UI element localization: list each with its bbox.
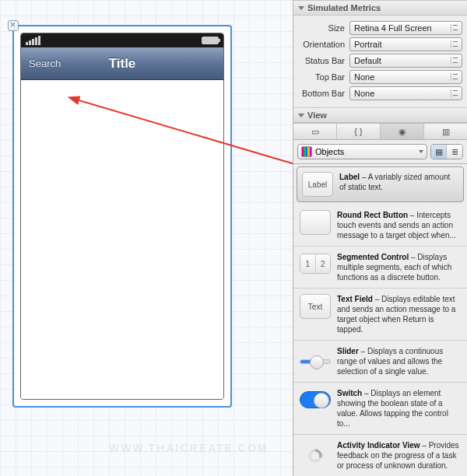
- library-item-text: Slider – Displays a continuous range of …: [337, 346, 461, 376]
- library-item-textfield[interactable]: Text Text Field – Displays editable text…: [293, 289, 467, 341]
- library-item-text: Activity Indicator View – Provides feedb…: [337, 440, 461, 471]
- grid-view-icon[interactable]: ▦: [431, 145, 447, 159]
- statusbar-label: Status Bar: [298, 56, 349, 65]
- library-view-mode-segment[interactable]: ▦ ≣: [430, 144, 463, 159]
- bottombar-popup[interactable]: None: [349, 86, 462, 100]
- slider-thumb: [300, 346, 331, 376]
- simulated-metrics-header[interactable]: Simulated Metrics: [293, 0, 467, 16]
- statusbar-popup[interactable]: Default: [349, 54, 462, 68]
- battery-icon: [202, 37, 219, 44]
- signal-icon: [26, 36, 40, 45]
- textfield-thumb: Text: [300, 294, 331, 319]
- library-item-button[interactable]: Round Rect Button – Intercepts touch eve…: [293, 205, 467, 247]
- disclosure-triangle-icon[interactable]: [298, 114, 304, 117]
- activity-indicator-thumb: [300, 440, 331, 471]
- library-category-popup[interactable]: Objects: [297, 144, 427, 159]
- library-item-segmented[interactable]: 12 Segmented Control – Displays multiple…: [293, 247, 467, 289]
- library-toolbar: ▭ { } ◉ ▥: [293, 123, 467, 140]
- library-item-label[interactable]: Label Label – A variably sized amount of…: [297, 166, 464, 202]
- disclosure-triangle-icon[interactable]: [298, 6, 304, 10]
- navigation-bar[interactable]: Search Title: [21, 47, 223, 80]
- library-category-label: Objects: [315, 147, 344, 156]
- library-item-text: Label – A variably sized amount of stati…: [339, 172, 458, 197]
- library-item-activity[interactable]: Activity Indicator View – Provides feedb…: [293, 435, 467, 476]
- close-icon[interactable]: [8, 20, 19, 31]
- segmented-thumb: 12: [300, 254, 331, 274]
- library-item-text: Segmented Control – Displays multiple se…: [337, 252, 461, 282]
- view-content[interactable]: [21, 80, 223, 399]
- inspector-panel: Simulated Metrics Size Retina 4 Full Scr…: [293, 0, 467, 476]
- orientation-label: Orientation: [298, 40, 349, 49]
- list-view-icon[interactable]: ≣: [447, 145, 462, 159]
- code-snippet-tab-icon[interactable]: { }: [337, 124, 381, 139]
- library-item-switch[interactable]: Switch – Displays an element showing the…: [293, 383, 467, 435]
- size-label: Size: [298, 23, 349, 33]
- nav-back-button[interactable]: Search: [21, 58, 61, 69]
- library-item-text: Switch – Displays an element showing the…: [337, 388, 461, 429]
- section-title: View: [307, 110, 327, 120]
- topbar-label: Top Bar: [298, 72, 349, 82]
- simulated-device-frame: Search Title: [20, 33, 224, 400]
- view-header[interactable]: View: [293, 107, 467, 123]
- objects-swatch-icon: [301, 146, 312, 157]
- object-library-tab-icon[interactable]: ◉: [381, 124, 424, 139]
- bottombar-label: Bottom Bar: [298, 89, 349, 98]
- orientation-popup[interactable]: Portrait: [349, 37, 462, 51]
- interface-builder-canvas[interactable]: Search Title WWW.THAICREATE.COM: [0, 0, 293, 476]
- library-item-text: Text Field – Displays editable text and …: [337, 294, 461, 334]
- library-item-text: Round Rect Button – Intercepts touch eve…: [337, 210, 461, 240]
- object-library-list[interactable]: Label Label – A variably sized amount of…: [293, 164, 467, 476]
- media-library-tab-icon[interactable]: ▥: [424, 124, 467, 139]
- file-template-tab-icon[interactable]: ▭: [293, 124, 337, 139]
- library-filter-bar: Objects ▦ ≣: [293, 140, 467, 164]
- watermark-text: WWW.THAICREATE.COM: [109, 442, 269, 454]
- label-thumb: Label: [302, 172, 333, 197]
- size-popup[interactable]: Retina 4 Full Screen: [349, 21, 462, 35]
- library-item-slider[interactable]: Slider – Displays a continuous range of …: [293, 341, 467, 383]
- status-bar: [21, 33, 223, 47]
- view-controller-outline[interactable]: Search Title: [12, 25, 232, 408]
- simulated-metrics-group: Size Retina 4 Full Screen Orientation Po…: [293, 16, 467, 107]
- button-thumb: [300, 210, 331, 235]
- topbar-popup[interactable]: None: [349, 70, 462, 84]
- section-title: Simulated Metrics: [307, 3, 381, 12]
- switch-thumb: [300, 391, 331, 408]
